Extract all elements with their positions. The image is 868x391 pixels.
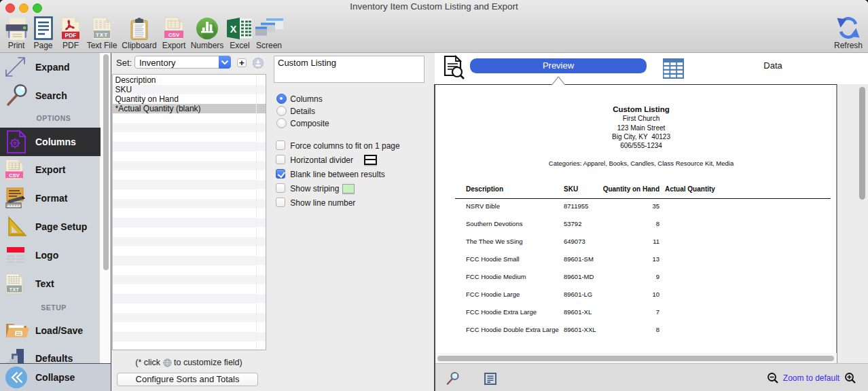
svg-text:TXT: TXT xyxy=(96,32,108,38)
svg-text:CSV: CSV xyxy=(9,172,19,179)
svg-text:X: X xyxy=(230,24,237,35)
svg-text:TXT: TXT xyxy=(10,287,20,292)
